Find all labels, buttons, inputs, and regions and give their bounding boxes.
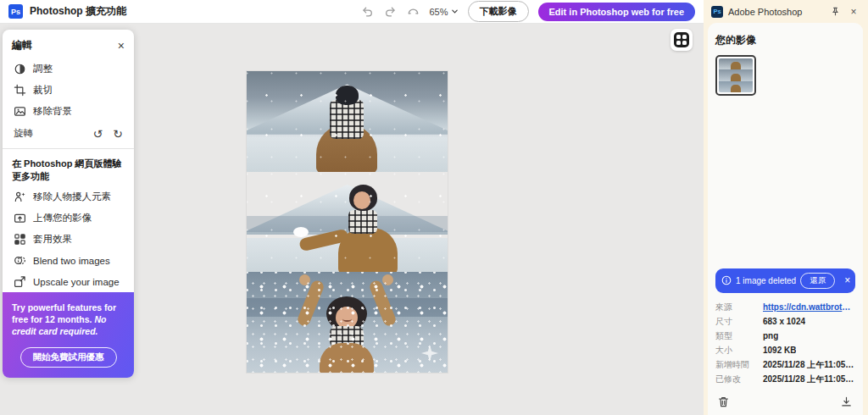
- pattern-grid-button[interactable]: [670, 29, 693, 51]
- more-item-label: 上傳您的影像: [33, 212, 92, 224]
- meta-row-source: 來源 https://cdn.wattbrother.com/2025/1...: [715, 302, 855, 313]
- toast-close-icon[interactable]: ×: [843, 275, 851, 285]
- edit-item-label: 調整: [33, 63, 53, 75]
- more-item-label: Blend two images: [33, 256, 110, 266]
- your-images-card: 您的影像 1 image deleted 還原 × 來源 htt: [708, 23, 863, 415]
- topbar: Ps Photoshop 擴充功能 65% 下載影像 Edit in Photo…: [0, 0, 704, 24]
- rotate-right-icon[interactable]: ↻: [113, 128, 123, 140]
- more-item-remove-people[interactable]: 移除人物擾人元素: [3, 186, 134, 208]
- meta-row-dimensions: 尺寸 683 x 1024: [715, 317, 855, 328]
- app-title: Photoshop 擴充功能: [30, 4, 126, 19]
- more-item-upscale-image[interactable]: Upscale your image: [3, 271, 134, 292]
- more-item-label: 移除人物擾人元素: [33, 191, 111, 203]
- rotate-label: 旋轉: [14, 127, 33, 140]
- meta-row-size: 大小 1092 KB: [715, 346, 855, 357]
- sparkle-icon: [420, 344, 439, 362]
- info-icon: [721, 275, 732, 285]
- remove-background-icon: [14, 105, 26, 118]
- more-item-blend-images[interactable]: Blend two images: [3, 250, 134, 271]
- source-link[interactable]: https://cdn.wattbrother.com/2025/1...: [763, 302, 855, 313]
- crop-icon: [14, 84, 26, 97]
- edit-item-label: 裁切: [33, 84, 53, 97]
- image-thumbnail-selected[interactable]: [715, 55, 756, 96]
- canvas-image[interactable]: [247, 71, 448, 373]
- upscale-icon: [14, 275, 26, 288]
- canvas: 編輯 × 調整 裁切: [0, 24, 704, 415]
- more-features-title: 在 Photoshop 網頁版體驗更多功能: [3, 149, 134, 186]
- remove-people-icon: [14, 191, 26, 203]
- photoshop-logo: Ps: [8, 4, 23, 19]
- side-panel-header: Ps Adobe Photoshop ×: [704, 0, 868, 23]
- edit-item-remove-background[interactable]: 移除背景: [3, 101, 134, 122]
- image-metadata: 來源 https://cdn.wattbrother.com/2025/1...…: [715, 302, 855, 385]
- edit-panel-title: 編輯: [12, 38, 32, 53]
- delete-icon[interactable]: [717, 395, 731, 408]
- start-free-trial-button[interactable]: 開始免費試用優惠: [20, 347, 117, 368]
- edit-item-label: 移除背景: [33, 105, 72, 118]
- card-footer: [715, 395, 855, 408]
- edit-panel: 編輯 × 調整 裁切: [3, 30, 134, 378]
- image-deleted-toast: 1 image deleted 還原 ×: [715, 268, 855, 293]
- toast-message: 1 image deleted: [736, 276, 796, 285]
- photo-bottom-arms-raised: [247, 272, 448, 373]
- zoom-control[interactable]: 65%: [429, 7, 458, 17]
- meta-row-type: 類型 png: [715, 331, 855, 342]
- more-item-label: Upscale your image: [33, 277, 120, 287]
- rotate-left-icon[interactable]: ↺: [93, 128, 103, 140]
- more-item-label: 套用效果: [33, 233, 72, 246]
- upload-image-icon: [14, 212, 26, 224]
- zoom-level: 65%: [429, 7, 448, 17]
- undo-icon[interactable]: [360, 5, 374, 19]
- main-area: Ps Photoshop 擴充功能 65% 下載影像 Edit in Photo…: [0, 0, 704, 415]
- photoshop-logo: Ps: [711, 6, 723, 18]
- photo-middle-catching-snow: [247, 172, 448, 273]
- edit-item-crop[interactable]: 裁切: [3, 80, 134, 101]
- rotate-row: 旋轉 ↺ ↻: [3, 122, 134, 148]
- photo-top-back-view: [247, 71, 448, 172]
- close-icon[interactable]: ×: [118, 40, 125, 52]
- download-icon[interactable]: [840, 395, 854, 408]
- thumbnail-image: [719, 58, 753, 92]
- pin-icon[interactable]: [828, 5, 842, 19]
- download-image-button[interactable]: 下載影像: [468, 1, 529, 22]
- more-item-upload-image[interactable]: 上傳您的影像: [3, 208, 134, 229]
- side-panel-title: Adobe Photoshop: [728, 7, 802, 17]
- revert-icon[interactable]: [406, 5, 420, 19]
- grid-icon: [674, 32, 689, 47]
- meta-row-modified: 已修改 2025/11/28 上午11:05:43: [715, 374, 855, 385]
- promo-banner: Try powerful features for free for 12 mo…: [3, 292, 134, 378]
- effects-icon: [14, 233, 26, 246]
- adobe-photoshop-panel: Ps Adobe Photoshop × 您的影像 1 image delete…: [704, 0, 868, 415]
- topbar-controls: 65% 下載影像 Edit in Photoshop web for free: [360, 1, 695, 22]
- close-icon[interactable]: ×: [847, 5, 860, 19]
- edit-item-adjust[interactable]: 調整: [3, 58, 134, 80]
- app-window: Ps Photoshop 擴充功能 65% 下載影像 Edit in Photo…: [0, 0, 868, 415]
- redo-icon[interactable]: [383, 5, 397, 19]
- your-images-title: 您的影像: [715, 33, 855, 47]
- chevron-down-icon: [451, 8, 459, 15]
- undo-delete-button[interactable]: 還原: [800, 273, 835, 289]
- adjust-icon: [14, 63, 26, 75]
- edit-in-photoshop-button[interactable]: Edit in Photoshop web for free: [538, 3, 696, 21]
- meta-row-created: 新增時間 2025/11/28 上午11:05:42: [715, 360, 855, 371]
- blend-icon: [14, 254, 26, 267]
- more-item-apply-effects[interactable]: 套用效果: [3, 229, 134, 250]
